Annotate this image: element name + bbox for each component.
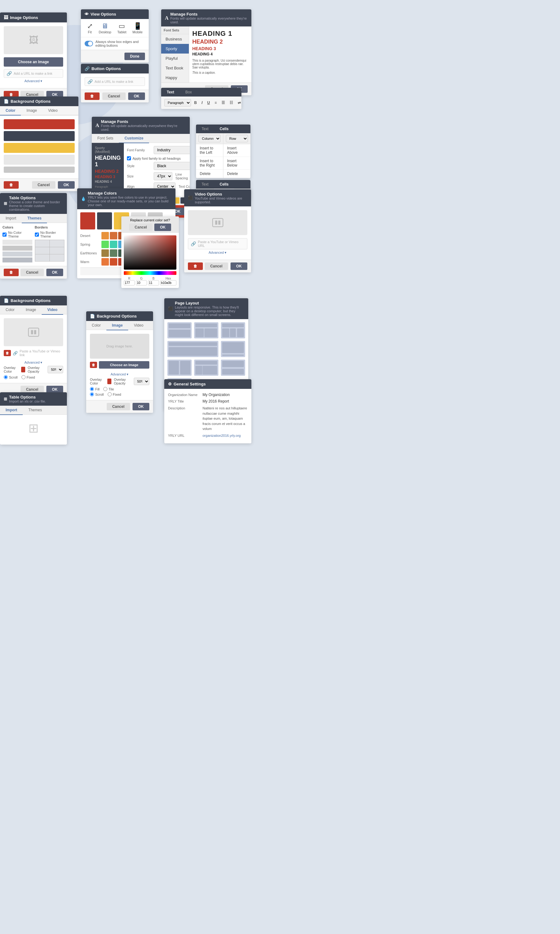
list-button[interactable]: ☰ — [220, 100, 226, 106]
table-tab-import[interactable]: Import — [0, 214, 22, 223]
view-tablet[interactable]: ▭ Tablet — [117, 22, 126, 34]
table-top-ok[interactable]: OK — [46, 269, 63, 276]
bg-choose-btn[interactable]: Choose an Image — [99, 361, 149, 368]
swatch-dark[interactable] — [4, 131, 75, 141]
bi-scroll-radio[interactable] — [90, 392, 94, 396]
video-delete[interactable]: 🗑 — [188, 262, 203, 270]
bg-image-advanced[interactable]: Advanced ▾ — [90, 371, 149, 378]
indent-button[interactable]: ⇌ — [236, 100, 242, 106]
g-input[interactable] — [136, 280, 147, 285]
layout-1[interactable] — [168, 322, 192, 338]
main-swatch-dark[interactable] — [97, 212, 112, 230]
color-gradient[interactable] — [124, 235, 176, 270]
desert-1[interactable] — [102, 232, 109, 239]
bg-image-cancel[interactable]: Cancel — [107, 403, 130, 410]
fixed-radio[interactable] — [22, 375, 26, 379]
bg-video-delete-btn[interactable]: 🗑 — [4, 350, 11, 356]
layout-3[interactable] — [221, 322, 245, 338]
insert-above[interactable]: Insert Above — [223, 144, 251, 157]
spring-2[interactable] — [110, 240, 117, 248]
swatch-light[interactable] — [4, 155, 75, 165]
earth-2[interactable] — [110, 250, 117, 257]
video-cancel[interactable]: Cancel — [205, 262, 228, 270]
video-advanced-link[interactable]: Advanced ▾ — [188, 250, 247, 256]
replace-cancel[interactable]: Cancel — [129, 223, 152, 231]
underline-button[interactable]: U — [206, 100, 212, 106]
overlay-opacity-select[interactable]: 50% — [48, 366, 63, 373]
text-cells-tab-text[interactable]: Text — [196, 125, 214, 134]
bi-fixed-radio[interactable] — [108, 392, 112, 396]
insert-right[interactable]: Insert to the Right — [196, 157, 223, 170]
bg-tab-image[interactable]: Image — [21, 106, 42, 116]
tc2-tab-text[interactable]: Text — [196, 180, 214, 189]
bg-video-advanced[interactable]: Advanced ▾ — [4, 359, 63, 366]
bi-overlay-swatch[interactable] — [107, 379, 111, 384]
view-fit[interactable]: ⤢ Fit — [87, 22, 93, 34]
layout-4[interactable] — [168, 341, 218, 357]
warm-2[interactable] — [110, 258, 117, 265]
bi-opacity-select[interactable]: 50% — [134, 378, 149, 385]
button-ok[interactable]: OK — [128, 92, 145, 100]
overlay-color-swatch[interactable] — [21, 367, 25, 372]
hex-input[interactable] — [160, 280, 176, 285]
bg-image-delete-btn[interactable]: 🗑 — [90, 362, 97, 368]
theme-swatch-4[interactable] — [3, 257, 32, 262]
fill-radio-label[interactable]: Fill — [90, 387, 100, 391]
bi-tab-image[interactable]: Image — [106, 321, 128, 330]
bg-cancel[interactable]: Cancel — [32, 181, 55, 189]
bv-tab-color[interactable]: Color — [0, 305, 20, 315]
fill-radio[interactable] — [90, 387, 94, 391]
advanced-link[interactable]: Advanced ▾ — [4, 78, 63, 84]
italic-button[interactable]: I — [200, 100, 204, 106]
column-select[interactable]: Column — [198, 135, 221, 142]
table-top-cancel[interactable]: Cancel — [20, 269, 44, 276]
bold-button[interactable]: B — [192, 100, 198, 106]
layout-2[interactable] — [194, 322, 218, 338]
insert-below[interactable]: Insert Below — [223, 157, 251, 170]
align-button[interactable]: ≡ — [213, 100, 218, 106]
font-textbook[interactable]: Text Book — [161, 63, 189, 73]
theme-swatch-3[interactable] — [3, 251, 32, 257]
bi-scroll-label[interactable]: Scroll — [90, 392, 104, 396]
tile-radio-label[interactable]: Tile — [103, 387, 114, 391]
delete-row[interactable]: Delete — [223, 170, 251, 178]
view-mobile[interactable]: 📱 Mobile — [132, 22, 143, 34]
font-family-select[interactable]: Industry — [154, 146, 190, 154]
table-bottom-tab-themes[interactable]: Themes — [23, 406, 47, 415]
bv-tab-image[interactable]: Image — [20, 305, 42, 315]
font-sporty[interactable]: Sporty — [161, 44, 189, 54]
theme-swatch-2[interactable] — [3, 246, 32, 251]
swatch-yellow[interactable] — [4, 143, 75, 153]
show-edges-toggle[interactable] — [85, 41, 93, 46]
main-swatch-red[interactable] — [80, 212, 95, 230]
size-select[interactable]: 47px — [154, 172, 172, 180]
font-happy[interactable]: Happy — [161, 73, 189, 83]
bg-ok[interactable]: OK — [58, 181, 75, 189]
layout-7[interactable] — [194, 359, 218, 376]
warm-1[interactable] — [102, 258, 109, 265]
text-style-select[interactable]: Paragraph — [164, 99, 191, 106]
bi-tab-color[interactable]: Color — [86, 321, 106, 330]
tc2-tab-cells[interactable]: Cells — [214, 180, 234, 189]
bg-tab-video[interactable]: Video — [43, 106, 63, 116]
style-select[interactable]: Black — [154, 162, 190, 170]
button-delete[interactable]: 🗑 — [85, 92, 100, 100]
scroll-radio-label[interactable]: Scroll — [4, 375, 18, 379]
layout-8[interactable] — [221, 359, 245, 376]
no-color-check[interactable] — [3, 233, 6, 237]
color-rainbow[interactable] — [124, 271, 176, 275]
r-input[interactable] — [124, 280, 135, 285]
layout-5[interactable] — [221, 341, 245, 357]
fixed-radio-label[interactable]: Fixed — [22, 375, 35, 379]
table-tab-themes[interactable]: Themes — [22, 214, 47, 223]
b-input[interactable] — [148, 280, 159, 285]
font-sets-tab[interactable]: Font Sets — [161, 26, 189, 34]
table-top-delete[interactable]: 🗑 — [4, 269, 18, 276]
insert-left[interactable]: Insert to the Left — [196, 144, 223, 157]
bg-tab-color[interactable]: Color — [0, 106, 21, 116]
textbox-tab-box[interactable]: Box — [180, 88, 198, 97]
fonts-center-tab-customize[interactable]: Customize — [119, 134, 149, 143]
desert-2[interactable] — [110, 232, 117, 239]
format-button[interactable]: ☷ — [228, 100, 235, 106]
video-ok[interactable]: OK — [231, 262, 247, 270]
